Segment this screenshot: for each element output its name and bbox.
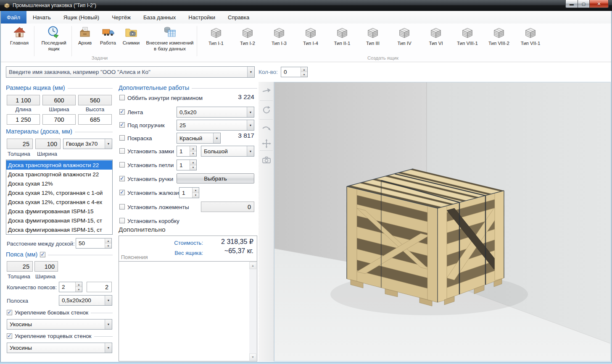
belt-count2-field[interactable]: 2 (87, 282, 112, 292)
scroll-up-icon[interactable]: ▲ (249, 262, 256, 269)
scroll-down-icon[interactable]: ▼ (249, 354, 256, 361)
list-item[interactable]: Доска транспортной влажности 22 (6, 170, 112, 179)
paint-color-combo[interactable]: Красный (177, 133, 221, 144)
last-box-button[interactable]: Последний ящик (37, 26, 70, 52)
list-item[interactable]: Доска фумигированная ISPM-15 (6, 207, 112, 216)
chevron-down-icon[interactable] (247, 146, 254, 156)
type-vi-button[interactable]: Тип VI (420, 26, 451, 46)
type-viii-1-button[interactable]: Тип VIII-1 (452, 26, 483, 46)
side-reinforce-combo[interactable]: Укосины (7, 319, 112, 330)
menu-settings[interactable]: Настройки (182, 11, 222, 24)
list-item[interactable]: Доска фумигированная ISPM-15, ст (6, 225, 112, 234)
belt-count-spinner[interactable]: 2 ▲▼ (59, 282, 82, 292)
menu-file[interactable]: Файл (0, 11, 26, 24)
notes-textarea[interactable] (119, 262, 249, 361)
height-outer-field[interactable]: 685 (78, 114, 112, 125)
forklift-combo[interactable]: 25 (177, 120, 254, 131)
list-item[interactable]: Доска сухая 12%, строганная с 4-ех (6, 197, 112, 207)
menu-drawing[interactable]: Чертёж (106, 11, 137, 24)
end-reinforce-combo[interactable]: Укосины (7, 343, 112, 353)
list-item[interactable]: Доска сухая 12% (6, 179, 112, 188)
menu-database[interactable]: База данных (137, 11, 182, 24)
chevron-down-icon[interactable] (105, 296, 112, 305)
board-thickness-field[interactable]: 25 (7, 139, 33, 149)
belts-checkbox[interactable] (40, 252, 45, 257)
snapshots-button[interactable]: Снимки (120, 26, 142, 46)
paint-checkbox[interactable] (119, 135, 125, 141)
menu-start[interactable]: Начать (26, 11, 57, 24)
notes-scrollbar[interactable]: ▲ ▼ (249, 262, 256, 361)
board-list[interactable]: Доска транспортной влажности 22 Доска тр… (6, 160, 113, 235)
menu-help[interactable]: Справка (222, 11, 256, 24)
viewport-3d[interactable] (274, 82, 611, 361)
belt-thickness-field[interactable]: 25 (7, 261, 33, 272)
qty-spinner[interactable]: 0 ▲▼ (281, 67, 308, 77)
side-reinforce-checkbox[interactable] (7, 310, 12, 315)
rotate-tool-button[interactable] (260, 103, 272, 117)
chevron-down-icon[interactable] (213, 133, 220, 143)
hinges-checkbox[interactable] (119, 162, 125, 168)
locks-checkbox[interactable] (119, 148, 125, 154)
hinges-count-spinner[interactable]: 1 ▲▼ (177, 160, 197, 170)
handles-checkbox[interactable] (119, 176, 125, 181)
tape-checkbox[interactable] (119, 109, 125, 115)
tape-combo[interactable]: 0,5x20 (177, 107, 254, 118)
board-width-field[interactable]: 100 (35, 139, 61, 149)
list-item[interactable]: Доска фумигированная ISPM-15, ст (6, 216, 112, 225)
length-inner-field[interactable]: 1 100 (7, 95, 40, 105)
locks-count-spinner[interactable]: 1 ▲▼ (177, 146, 197, 157)
chevron-down-icon[interactable] (105, 319, 112, 329)
box-checkbox[interactable] (119, 218, 125, 223)
menu-box-new[interactable]: Ящик (Новый) (57, 11, 106, 24)
snapshot-tool-button[interactable] (260, 153, 272, 167)
strip-combo[interactable]: 0,5x20x200 (59, 295, 112, 306)
chevron-down-icon[interactable] (247, 67, 254, 77)
width-inner-field[interactable]: 600 (42, 95, 76, 105)
type-i-2-button[interactable]: Тип I-2 (232, 26, 263, 46)
type-ii-1-button[interactable]: Тип II-1 (327, 26, 358, 46)
lodgements-field[interactable]: 0 (201, 202, 254, 212)
close-button[interactable]: ✕ (590, 0, 609, 8)
lodgements-checkbox[interactable] (119, 204, 125, 209)
locks-size-combo[interactable]: Большой (201, 146, 254, 157)
forklift-checkbox[interactable] (119, 122, 125, 128)
louvers-checkbox[interactable] (119, 190, 125, 195)
pan-tool-button[interactable] (260, 136, 272, 151)
louvers-count-spinner[interactable]: 1 ▲▼ (179, 187, 199, 198)
spacing-spinner[interactable]: 50 ▲▼ (76, 238, 112, 249)
chevron-down-icon[interactable] (247, 107, 254, 117)
list-item[interactable]: Доска сухая 12%, строганная с 1-ой (6, 188, 112, 197)
nails-combo[interactable]: Гвозди 3x70 (63, 139, 112, 149)
type-i-1-button[interactable]: Тип I-1 (200, 26, 232, 46)
type-viii-2-button[interactable]: Тип VIII-2 (483, 26, 514, 46)
type-iii-button[interactable]: Тип III (357, 26, 388, 46)
chevron-down-icon[interactable] (105, 139, 112, 149)
end-reinforce-checkbox[interactable] (7, 333, 12, 339)
type-iv-button[interactable]: Тип IV (389, 26, 420, 46)
work-button[interactable]: Работа (97, 26, 119, 46)
belt-width-field[interactable]: 100 (34, 261, 58, 272)
spinner-buttons[interactable]: ▲▼ (75, 282, 82, 292)
orbit-tool-button[interactable] (260, 122, 272, 136)
length-outer-field[interactable]: 1 250 (7, 114, 40, 125)
minimize-button[interactable]: ▬ (565, 0, 578, 8)
chevron-down-icon[interactable] (247, 120, 254, 130)
spinner-buttons[interactable]: ▲▼ (192, 188, 199, 198)
type-i-3-button[interactable]: Тип I-3 (264, 26, 295, 46)
spinner-buttons[interactable]: ▲▼ (105, 238, 111, 248)
type-i-4-button[interactable]: Тип I-4 (295, 26, 326, 46)
customer-combo[interactable]: Введите имя заказчика, например "ООО "Ал… (6, 66, 255, 78)
home-button[interactable]: Главная (7, 26, 32, 46)
choose-handles-button[interactable]: Выбрать (177, 173, 254, 183)
db-changes-button[interactable]: Внесение изменений в базу данных (144, 26, 195, 52)
pergamin-checkbox[interactable] (119, 95, 125, 100)
type-vii-1-button[interactable]: Тип VII-1 (515, 26, 546, 46)
forward-tool-button[interactable] (260, 84, 272, 98)
list-item[interactable]: Доска транспортной влажности 22 (6, 160, 112, 170)
spinner-buttons[interactable]: ▲▼ (190, 160, 196, 170)
spinner-buttons[interactable]: ▲▼ (190, 146, 196, 156)
maximize-button[interactable]: ▢ (578, 0, 590, 8)
archive-button[interactable]: Архив (74, 26, 95, 46)
height-inner-field[interactable]: 560 (78, 95, 112, 105)
spinner-buttons[interactable]: ▲▼ (301, 67, 307, 77)
